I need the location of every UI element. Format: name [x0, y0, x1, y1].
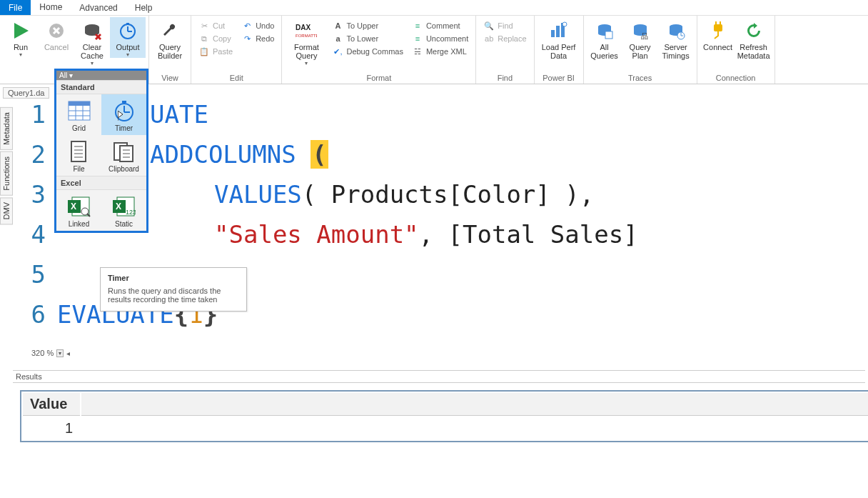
output-button[interactable]: Output ▾ [110, 17, 146, 58]
connection-group-label: Connection [700, 74, 772, 84]
side-tab-metadata[interactable]: Metadata [0, 107, 13, 150]
output-option-linked-label: Linked [69, 220, 89, 228]
paste-button[interactable]: 📋Paste [198, 46, 233, 57]
connect-button[interactable]: Connect [700, 17, 736, 51]
gutter-line: 6 [29, 300, 57, 329]
menu-file[interactable]: File [0, 0, 31, 15]
all-queries-button[interactable]: All Queries [587, 17, 622, 60]
cut-label: Cut [213, 21, 225, 30]
menu-help[interactable]: Help [126, 0, 161, 15]
copy-button[interactable]: ⧉Copy [198, 33, 233, 44]
results-header[interactable]: Value [23, 393, 80, 416]
query-plan-button[interactable]: 品 Query Plan [622, 17, 658, 60]
results-cell: 1 [23, 417, 80, 439]
query-builder-button[interactable]: Query Builder [152, 17, 188, 60]
code-token: ADDCOLUMNS [150, 140, 296, 169]
copy-icon: ⧉ [198, 33, 210, 44]
to-lower-button[interactable]: aTo Lower [332, 33, 403, 44]
paste-icon: 📋 [198, 46, 210, 57]
edit-group-label: Edit [194, 74, 278, 84]
output-option-timer[interactable]: Timer [101, 94, 146, 135]
all-queries-icon [594, 20, 615, 41]
menu-home[interactable]: Home [31, 0, 71, 15]
debug-commas-button[interactable]: ✔,Debug Commas [332, 46, 403, 57]
svg-marker-47 [118, 111, 123, 118]
gutter-line: 4 [29, 220, 57, 249]
output-option-static-label: Static [115, 220, 133, 228]
code-token: ( Products[Color] ), [302, 180, 594, 209]
output-option-linked[interactable]: X Linked [56, 190, 101, 231]
uncomment-icon: ≡ [412, 33, 423, 44]
ribbon-group-edit: ✂Cut ⧉Copy 📋Paste ↶Undo ↷Redo Edit [191, 16, 282, 84]
side-tabs: Metadata Functions DMV [0, 107, 13, 226]
svg-rect-15 [551, 30, 555, 37]
output-option-file[interactable]: File [56, 135, 101, 176]
output-dropdown-header[interactable]: All ▾ [56, 71, 146, 80]
scissors-icon: ✂ [198, 20, 210, 31]
svg-text:DAX: DAX [296, 24, 311, 31]
to-upper-button[interactable]: ATo Upper [332, 20, 403, 31]
uncomment-button[interactable]: ≡Uncomment [412, 33, 468, 44]
format-group-label: Format [285, 74, 473, 84]
powerbi-group-label: Power BI [538, 74, 580, 84]
query-builder-label: Query Builder [158, 43, 182, 60]
undo-label: Undo [256, 21, 274, 30]
ribbon-group-view: Query Builder View [149, 16, 191, 84]
merge-xml-button[interactable]: ☵Merge XML [412, 46, 468, 57]
comment-label: Comment [426, 21, 460, 30]
gutter-line: 3 [29, 180, 57, 209]
zoom-indicator[interactable]: 320 % ▾ ◂ [31, 349, 70, 357]
timer-icon [112, 99, 136, 123]
format-query-button[interactable]: DAXFORMATTER Format Query ▾ [285, 17, 328, 66]
side-tab-dmv[interactable]: DMV [0, 197, 13, 224]
ribbon-group-format: DAXFORMATTER Format Query ▾ ATo Upper aT… [282, 16, 476, 84]
debug-commas-label: Debug Commas [346, 47, 403, 56]
view-group-label: View [152, 74, 188, 84]
play-icon [10, 20, 31, 41]
ribbon-group-powerbi: Load Perf Data Power BI [535, 16, 584, 84]
output-option-timer-label: Timer [115, 124, 133, 132]
clear-cache-button[interactable]: Clear Cache ▾ [74, 17, 110, 66]
query-plan-label: Query Plan [630, 43, 651, 60]
code-token: , [Total Sales] [419, 220, 638, 249]
excel-static-icon: X123 [112, 194, 136, 219]
dax-icon: DAXFORMATTER [296, 20, 317, 41]
uncomment-label: Uncomment [426, 34, 468, 43]
redo-button[interactable]: ↷Redo [241, 33, 274, 44]
cancel-icon [46, 20, 67, 41]
side-tab-functions[interactable]: Functions [0, 151, 13, 196]
undo-icon: ↶ [241, 20, 253, 31]
document-tab[interactable]: Query1.da [3, 87, 49, 99]
comment-button[interactable]: ≡Comment [412, 20, 468, 31]
svg-rect-49 [71, 141, 86, 161]
results-panel: Results Value 1 [13, 370, 865, 498]
code-token: UATE [150, 100, 208, 129]
load-perf-label: Load Perf Data [542, 43, 576, 60]
cancel-button[interactable]: Cancel [39, 17, 74, 51]
code-token: VALUES [214, 180, 302, 209]
output-option-clipboard[interactable]: Clipboard [101, 135, 146, 176]
output-option-static[interactable]: X123 Static [101, 190, 146, 231]
svg-text:品: 品 [641, 32, 648, 40]
load-perf-button[interactable]: Load Perf Data [538, 17, 580, 60]
plug-icon [707, 20, 729, 41]
server-timings-button[interactable]: Server Timings [658, 17, 694, 60]
undo-button[interactable]: ↶Undo [241, 20, 274, 31]
output-icon [117, 20, 138, 41]
code-editor[interactable]: 1 UATE 2 ADDCOLUMNS ( 3 VALUES ( Product… [29, 100, 864, 357]
copy-label: Copy [213, 34, 231, 43]
run-button[interactable]: Run ▾ [3, 17, 39, 58]
output-label: Output [116, 43, 139, 51]
cut-button[interactable]: ✂Cut [198, 20, 233, 31]
results-grid[interactable]: Value 1 [20, 390, 868, 442]
query-plan-icon: 品 [630, 20, 651, 41]
tooltip: Timer Runs the query and discards the re… [100, 267, 247, 312]
scroll-left-icon[interactable]: ◂ [66, 349, 70, 357]
chart-icon [548, 20, 570, 41]
run-label: Run [14, 43, 28, 51]
find-button[interactable]: 🔍Find [483, 20, 526, 31]
output-option-grid[interactable]: Grid [56, 94, 101, 135]
refresh-metadata-button[interactable]: Refresh Metadata [736, 17, 772, 60]
menu-advanced[interactable]: Advanced [71, 0, 126, 15]
replace-button[interactable]: abReplace [483, 33, 526, 44]
